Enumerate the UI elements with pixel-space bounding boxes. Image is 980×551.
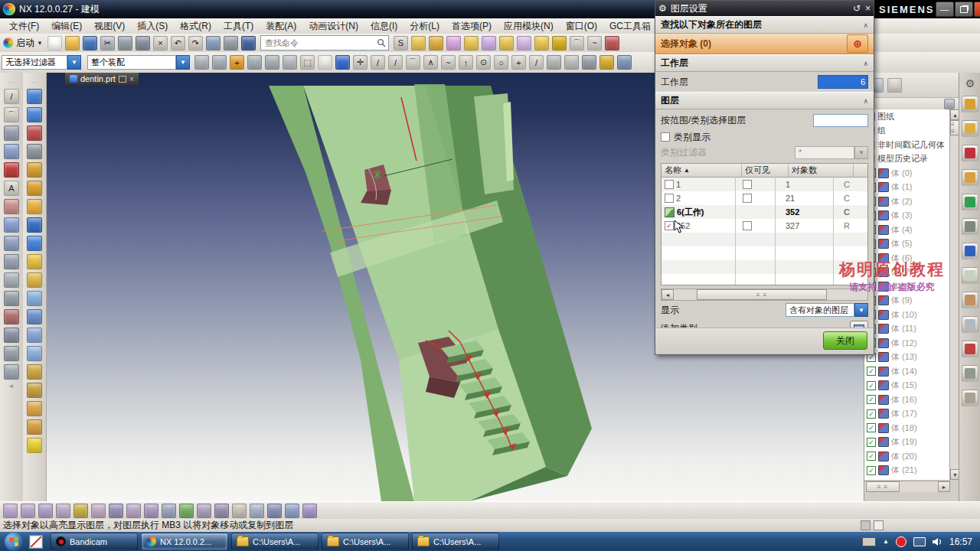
menu-item[interactable]: 信息(I) [364, 20, 403, 33]
layer-row-1[interactable]: 1 1 C [662, 178, 867, 191]
roles-icon[interactable] [599, 55, 614, 70]
menu-item[interactable]: 视图(V) [88, 20, 131, 33]
selection-filter-dropdown-icon[interactable]: ▼ [67, 55, 81, 70]
taskbar-explorer-button-3[interactable]: C:\Users\A... [412, 533, 499, 550]
delete-icon[interactable]: × [153, 36, 168, 51]
sphere-ball-icon[interactable] [27, 438, 42, 453]
dialog-close-icon[interactable]: × [865, 3, 871, 14]
start-menu-button[interactable]: 启动 ▼ [3, 37, 43, 50]
volume-icon[interactable] [933, 537, 942, 546]
copy-icon[interactable] [118, 36, 132, 51]
show-hide-icon[interactable] [241, 36, 256, 51]
only-visible-checkbox[interactable] [743, 221, 752, 230]
body-tree-item[interactable]: ✓ 体 (11) [864, 322, 950, 337]
project-curve-icon[interactable] [4, 236, 19, 251]
select-object-button[interactable]: ⊕ [847, 34, 868, 53]
boolean-icon[interactable] [27, 199, 42, 214]
untrim-icon[interactable] [232, 504, 247, 518]
line2-tool-icon[interactable]: / [388, 55, 403, 70]
body-tree-item[interactable]: ✓ 体 (13) [864, 350, 950, 365]
hscroll-thumb[interactable]: ≡ ≡ [866, 481, 900, 492]
face2-tool-icon[interactable] [564, 55, 579, 70]
chamfer-icon[interactable] [517, 36, 531, 51]
tab-window-icon[interactable] [119, 76, 126, 83]
reuse-library-icon[interactable] [962, 169, 978, 186]
section-layers[interactable]: 图层 ∧ [655, 92, 874, 109]
new-file-icon[interactable] [47, 36, 62, 51]
body-tree-item[interactable]: ✓ 体 (7) [864, 266, 950, 280]
shaded-with-edges-icon[interactable] [318, 55, 332, 70]
body-tree-item[interactable]: ✓ 体 (16) [864, 393, 950, 407]
history-palette-icon[interactable] [962, 267, 978, 284]
body-checkbox[interactable]: ✓ [867, 423, 876, 432]
menu-item[interactable]: 窗口(O) [560, 20, 603, 33]
process-studio-icon[interactable] [962, 292, 978, 308]
profile-curve-icon[interactable] [552, 36, 567, 51]
menu-item[interactable]: 工具(T) [217, 20, 260, 33]
body-tree-item[interactable]: ✓ 体 (4) [864, 223, 950, 237]
section-work-layer[interactable]: 工作层 ∧ [655, 54, 874, 72]
offset-surface-icon[interactable] [197, 504, 211, 518]
selection-scope-combo[interactable]: 整个装配 ▼ [87, 55, 190, 70]
display-dropdown-icon[interactable]: ▼ [854, 303, 868, 317]
quick-launch-icon[interactable] [29, 535, 43, 549]
blend-icon[interactable] [27, 309, 42, 324]
tree-item-non-timestamp[interactable]: 非时间戳记几何体 [864, 138, 950, 152]
body-tree-item[interactable]: ✓ 体 (20) [864, 449, 950, 464]
menu-item[interactable]: 装配(A) [260, 20, 302, 33]
menu-item[interactable]: 首选项(P) [446, 20, 498, 33]
dialog-reset-icon[interactable]: ↺ [853, 3, 861, 14]
divide-curve-icon[interactable] [4, 346, 19, 361]
body-tree-item[interactable]: ✓ 体 (15) [864, 379, 950, 393]
taskbar-bandicam-button[interactable]: Bandicam [51, 533, 138, 550]
n-sided-surface-icon[interactable] [126, 504, 141, 518]
internet-explorer-icon[interactable] [962, 243, 978, 259]
circle-tool-icon[interactable]: ○ [494, 55, 508, 70]
axis-tool-icon[interactable]: ↑ [459, 55, 473, 70]
law-extension-icon[interactable] [267, 504, 282, 518]
section-curve-icon[interactable] [4, 272, 19, 288]
status-grid-icon[interactable] [861, 520, 871, 530]
body-tree-item[interactable]: ✓ 体 (5) [864, 237, 950, 252]
point-circle-icon[interactable]: ⊙ [476, 55, 491, 70]
save-icon[interactable] [83, 36, 97, 51]
constraint-navigator-icon[interactable] [962, 120, 978, 137]
body-tree-item[interactable]: ✓ 体 (0) [864, 166, 950, 181]
extension-surface-icon[interactable] [250, 504, 264, 518]
tree-item-drawing[interactable]: 图纸 [864, 109, 950, 124]
toolbar-grip[interactable]: ⋯ [31, 79, 38, 86]
work-layer-input[interactable]: 6 [818, 75, 868, 89]
menu-item[interactable]: 格式(R) [174, 20, 217, 33]
body-tree-item[interactable]: ✓ 体 (14) [864, 364, 950, 379]
move-component-icon[interactable] [247, 55, 262, 70]
table-horizontal-scrollbar[interactable]: ◄ ≡ ≡ [661, 289, 868, 301]
arc-curve-icon[interactable]: ⌒ [570, 36, 584, 51]
grid-icon[interactable] [582, 55, 596, 70]
studio-spline-icon[interactable]: ~ [587, 36, 602, 51]
layer-select-checkbox-checked[interactable]: ✓ [665, 221, 674, 230]
redo-icon[interactable]: ↷ [188, 36, 203, 51]
scroll-left-icon[interactable]: ◄ [662, 289, 674, 300]
bounded-plane-icon[interactable] [162, 504, 176, 518]
trim-curve-icon[interactable] [4, 328, 19, 343]
face-tool-icon[interactable] [547, 55, 561, 70]
roles-palette-icon[interactable] [962, 341, 978, 357]
toolbar-grip[interactable]: ⋯ [8, 79, 15, 86]
tray-expand-icon[interactable]: ▲ [883, 538, 889, 545]
studio-surface-icon[interactable] [74, 504, 88, 518]
body-checkbox[interactable]: ✓ [867, 395, 876, 404]
category-display-checkbox[interactable] [661, 132, 670, 142]
layer-row-252[interactable]: ✓252 327 R [662, 219, 867, 233]
body-tree-item[interactable]: ✓ 体 (9) [864, 294, 950, 308]
spline-tool-icon[interactable]: ~ [441, 55, 456, 70]
ruled-surface-icon[interactable] [21, 504, 35, 518]
four-point-surface-icon[interactable] [3, 504, 18, 518]
sketch-icon[interactable]: S [394, 36, 408, 51]
body-tree-item[interactable]: ✓ 体 (21) [864, 464, 950, 478]
layer-table-header[interactable]: 名称 ▲ 仅可见 对象数 [662, 164, 867, 178]
offset-curve-icon[interactable] [4, 291, 19, 306]
layer-select-checkbox[interactable] [665, 180, 674, 189]
silhouette-flange-icon[interactable] [285, 504, 299, 518]
split-body-icon[interactable] [27, 236, 42, 251]
shaded-view-icon[interactable] [335, 55, 350, 70]
